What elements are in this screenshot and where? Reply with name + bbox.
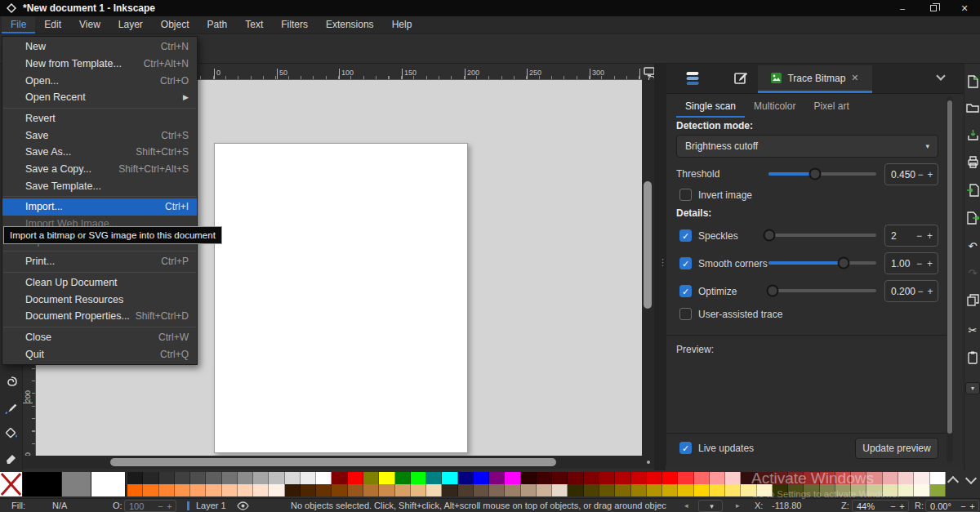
color-swatch[interactable]: [238, 472, 253, 484]
color-swatch[interactable]: [253, 472, 269, 484]
optimize-increment[interactable]: +: [925, 286, 935, 297]
opacity-increment[interactable]: +: [165, 501, 174, 511]
color-swatch[interactable]: [599, 484, 615, 496]
color-swatch[interactable]: [694, 472, 710, 484]
duplicate-button[interactable]: [965, 294, 980, 309]
swatch-large[interactable]: [91, 472, 126, 496]
color-swatch[interactable]: [851, 472, 866, 484]
color-swatch[interactable]: [615, 472, 630, 484]
optimize-value[interactable]: 0.200: [891, 286, 915, 297]
color-swatch[interactable]: [521, 484, 537, 496]
color-swatch[interactable]: [788, 484, 804, 496]
color-swatch[interactable]: [143, 472, 158, 484]
color-swatch[interactable]: [584, 472, 599, 484]
color-swatch[interactable]: [662, 472, 678, 484]
color-swatch[interactable]: [206, 472, 221, 484]
layers-panel-icon[interactable]: [684, 70, 702, 87]
color-swatch[interactable]: [332, 472, 347, 484]
fill-value[interactable]: N/A: [52, 499, 67, 512]
color-swatch[interactable]: [127, 484, 143, 496]
threshold-increment[interactable]: +: [925, 169, 935, 180]
panel-scrollbar-thumb[interactable]: [947, 100, 952, 434]
invert-image-row[interactable]: Invert image: [679, 189, 752, 201]
optimize-row[interactable]: ✓Optimize: [679, 285, 737, 297]
color-swatch[interactable]: [489, 472, 505, 484]
speckles-decrement[interactable]: −: [914, 230, 924, 242]
color-swatch[interactable]: [411, 484, 426, 496]
color-swatch[interactable]: [741, 484, 756, 496]
color-swatch[interactable]: [222, 472, 238, 484]
message-next-icon[interactable]: ▸: [736, 499, 740, 512]
color-swatch[interactable]: [883, 484, 898, 496]
color-swatch[interactable]: [426, 484, 442, 496]
color-swatch[interactable]: [725, 472, 741, 484]
color-swatch[interactable]: [348, 484, 363, 496]
color-swatch[interactable]: [190, 484, 206, 496]
speckles-slider[interactable]: [768, 234, 876, 237]
smooth-corners-row[interactable]: ✓Smooth corners: [679, 257, 768, 269]
color-swatch[interactable]: [489, 484, 505, 496]
menu-item-new-from-template[interactable]: New from Template...Ctrl+Alt+N: [2, 56, 197, 73]
speckles-spinbox[interactable]: 2−+: [884, 225, 938, 247]
cut-button[interactable]: ✂: [965, 323, 980, 337]
smooth-corners-value[interactable]: 1.00: [891, 258, 914, 269]
zoom-increment[interactable]: +: [898, 501, 906, 511]
color-swatch[interactable]: [678, 484, 693, 496]
color-swatch[interactable]: [662, 484, 678, 496]
user-assisted-row[interactable]: User-assisted trace: [679, 308, 782, 320]
tab-close-icon[interactable]: ✕: [851, 73, 858, 83]
menu-item-save[interactable]: SaveCtrl+S: [2, 127, 197, 144]
vertical-scrollbar-thumb[interactable]: [644, 181, 652, 309]
color-swatch[interactable]: [773, 484, 788, 496]
message-prev-icon[interactable]: ◂: [684, 499, 688, 512]
color-swatch[interactable]: [930, 484, 946, 496]
color-swatch[interactable]: [615, 484, 630, 496]
color-swatch[interactable]: [930, 472, 946, 484]
color-swatch[interactable]: [175, 472, 190, 484]
color-swatch[interactable]: [395, 472, 411, 484]
threshold-slider[interactable]: [768, 172, 876, 176]
tab-trace-bitmap[interactable]: Trace Bitmap ✕: [758, 65, 872, 93]
color-swatch[interactable]: [127, 472, 143, 484]
threshold-value[interactable]: 0.450: [891, 169, 915, 180]
color-swatch[interactable]: [238, 484, 253, 496]
color-swatch[interactable]: [866, 472, 882, 484]
import-button[interactable]: [965, 184, 980, 198]
redo-button[interactable]: ↷: [965, 265, 980, 280]
menu-help[interactable]: Help: [383, 16, 421, 33]
print-button[interactable]: [965, 156, 980, 171]
color-swatch[interactable]: [914, 484, 929, 496]
color-swatch[interactable]: [552, 472, 568, 484]
invert-image-checkbox[interactable]: [679, 189, 692, 201]
menu-item-document-properties[interactable]: Document Properties...Shift+Ctrl+D: [2, 308, 197, 325]
menu-item-document-resources[interactable]: Document Resources: [2, 291, 197, 308]
smooth-corners-spinbox[interactable]: 1.00−+: [884, 252, 938, 274]
color-swatch[interactable]: [757, 472, 773, 484]
new-document-button[interactable]: [965, 75, 980, 90]
menu-item-import[interactable]: Import...Ctrl+I: [2, 198, 197, 216]
color-swatch[interactable]: [835, 484, 851, 496]
threshold-decrement[interactable]: −: [915, 169, 925, 180]
menu-item-clean-up-document[interactable]: Clean Up Document: [2, 274, 197, 292]
optimize-slider[interactable]: [768, 289, 876, 292]
color-swatch[interactable]: [363, 484, 379, 496]
rotation-increment[interactable]: +: [968, 501, 977, 511]
color-swatch[interactable]: [647, 472, 662, 484]
color-swatch[interactable]: [316, 472, 332, 484]
zoom-value[interactable]: 44%: [857, 501, 889, 511]
color-swatch[interactable]: [505, 484, 520, 496]
slider-thumb[interactable]: [764, 229, 776, 242]
color-swatch[interactable]: [175, 484, 190, 496]
color-swatch[interactable]: [898, 472, 914, 484]
rotation-decrement[interactable]: −: [959, 501, 968, 511]
message-dropdown[interactable]: ▾: [698, 500, 723, 512]
color-swatch[interactable]: [568, 472, 583, 484]
color-swatch[interactable]: [710, 484, 725, 496]
color-swatch[interactable]: [379, 472, 394, 484]
color-swatch[interactable]: [710, 472, 725, 484]
layer-visibility-eye-icon[interactable]: [237, 501, 249, 510]
color-swatch[interactable]: [537, 472, 552, 484]
color-swatch[interactable]: [835, 472, 851, 484]
color-swatch[interactable]: [411, 472, 426, 484]
menu-item-revert[interactable]: Revert: [2, 110, 197, 127]
